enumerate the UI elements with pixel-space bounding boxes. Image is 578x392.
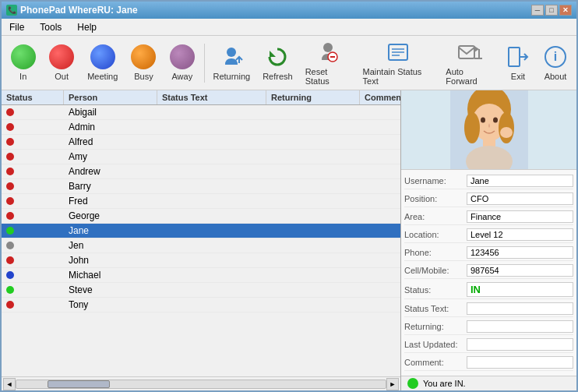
cell-status bbox=[2, 268, 64, 282]
cell-person: Steve bbox=[64, 283, 157, 297]
menu-tools[interactable]: Tools bbox=[35, 20, 66, 34]
value-comment bbox=[467, 356, 573, 369]
table-row[interactable]: John bbox=[2, 253, 400, 268]
cell-status bbox=[2, 105, 64, 119]
value-position: CFO bbox=[467, 192, 573, 205]
cell-status bbox=[2, 150, 64, 164]
detail-row-location: Location: Level 12 bbox=[404, 227, 573, 243]
busy-button[interactable]: Busy bbox=[125, 41, 162, 85]
maintain-status-text-button[interactable]: Maintain Status Text bbox=[358, 36, 439, 90]
cell-returning bbox=[266, 298, 360, 312]
scroll-left-arrow[interactable]: ◄ bbox=[3, 378, 16, 390]
label-returning: Returning: bbox=[404, 322, 467, 331]
title-bar: 📞 PhonePad WhereRU: Jane ─ □ ✕ bbox=[2, 2, 576, 19]
detail-row-last-updated: Last Updated: bbox=[404, 337, 573, 353]
scroll-thumb[interactable] bbox=[48, 380, 110, 388]
refresh-label: Refresh bbox=[263, 72, 293, 81]
auto-forward-icon bbox=[457, 40, 482, 65]
meeting-icon bbox=[90, 44, 115, 69]
cell-status-text bbox=[157, 209, 266, 223]
away-button[interactable]: Away bbox=[164, 41, 200, 85]
status-dot-red bbox=[6, 301, 14, 309]
svg-marker-2 bbox=[270, 51, 276, 57]
cell-person: Alfred bbox=[64, 135, 157, 149]
detail-fields: Username: Jane Position: CFO Area: Finan… bbox=[401, 170, 576, 376]
detail-row-phone: Phone: 123456 bbox=[404, 245, 573, 261]
cell-status bbox=[2, 209, 64, 223]
user-photo bbox=[401, 90, 576, 170]
scroll-right-arrow[interactable]: ► bbox=[386, 378, 399, 390]
maximize-button[interactable]: □ bbox=[545, 5, 558, 16]
status-dot-red bbox=[6, 123, 14, 131]
menu-file[interactable]: File bbox=[5, 20, 29, 34]
table-body: Abigail Admin Alfred bbox=[2, 105, 400, 376]
cell-status-text bbox=[157, 120, 266, 134]
exit-button[interactable]: Exit bbox=[500, 41, 536, 85]
cell-returning bbox=[266, 268, 360, 282]
refresh-button[interactable]: Refresh bbox=[257, 41, 298, 85]
label-location: Location: bbox=[404, 230, 467, 239]
cell-status-text bbox=[157, 105, 266, 119]
value-status: IN bbox=[467, 282, 573, 297]
in-button[interactable]: In bbox=[5, 41, 41, 85]
out-button[interactable]: Out bbox=[43, 41, 79, 85]
cell-returning bbox=[266, 150, 360, 164]
separator-1 bbox=[204, 44, 205, 83]
auto-forward-button[interactable]: Auto Forward bbox=[440, 36, 499, 90]
cell-returning bbox=[266, 105, 360, 119]
cell-returning bbox=[266, 194, 360, 208]
reset-status-button[interactable]: Reset Status bbox=[300, 36, 356, 90]
svg-point-20 bbox=[481, 117, 485, 122]
title-bar-left: 📞 PhonePad WhereRU: Jane bbox=[6, 5, 138, 16]
in-label: In bbox=[19, 72, 26, 81]
cell-returning bbox=[266, 238, 360, 253]
status-dot-green bbox=[6, 286, 14, 294]
about-button[interactable]: i About bbox=[537, 41, 573, 85]
close-button[interactable]: ✕ bbox=[559, 5, 572, 16]
cell-comment bbox=[360, 253, 400, 267]
table-row[interactable]: Andrew bbox=[2, 164, 400, 179]
table-row[interactable]: Abigail bbox=[2, 105, 400, 120]
scroll-track[interactable] bbox=[16, 380, 386, 389]
table-row[interactable]: Admin bbox=[2, 120, 400, 135]
table-row[interactable]: Fred bbox=[2, 194, 400, 209]
table-row[interactable]: Steve bbox=[2, 283, 400, 298]
toolbar: In Out Meeting Busy Away Returning bbox=[2, 36, 576, 90]
table-row[interactable]: Michael bbox=[2, 268, 400, 283]
busy-icon bbox=[131, 44, 156, 69]
table-header: Status Person Status Text Returning Comm… bbox=[2, 90, 400, 105]
out-label: Out bbox=[55, 72, 69, 81]
status-bar-text: You are IN. bbox=[423, 379, 466, 388]
cell-status bbox=[2, 238, 64, 253]
refresh-icon bbox=[265, 44, 290, 69]
cell-person: Jen bbox=[64, 238, 157, 253]
returning-button[interactable]: Returning bbox=[207, 41, 256, 85]
cell-status-text bbox=[157, 194, 266, 208]
label-username: Username: bbox=[404, 176, 467, 185]
about-icon: i bbox=[543, 44, 568, 69]
detail-row-comment: Comment: bbox=[404, 355, 573, 371]
status-bar: You are IN. bbox=[401, 376, 576, 390]
detail-row-position: Position: CFO bbox=[404, 191, 573, 207]
cell-person: Michael bbox=[64, 268, 157, 282]
status-dot-red bbox=[6, 197, 14, 205]
table-row[interactable]: Tony bbox=[2, 298, 400, 313]
header-status-text: Status Text bbox=[157, 90, 266, 104]
table-row[interactable]: Alfred bbox=[2, 135, 400, 150]
table-row[interactable]: Amy bbox=[2, 150, 400, 164]
title-buttons: ─ □ ✕ bbox=[531, 5, 572, 16]
table-row[interactable]: George bbox=[2, 209, 400, 224]
maintain-status-text-label: Maintain Status Text bbox=[363, 67, 434, 86]
table-row[interactable]: Jen bbox=[2, 238, 400, 253]
cell-status-text bbox=[157, 150, 266, 164]
away-label: Away bbox=[171, 72, 192, 81]
horizontal-scrollbar[interactable]: ◄ ► bbox=[2, 376, 400, 390]
meeting-button[interactable]: Meeting bbox=[82, 41, 124, 85]
detail-panel: Username: Jane Position: CFO Area: Finan… bbox=[401, 90, 576, 390]
table-row-selected[interactable]: Jane bbox=[2, 224, 400, 238]
menu-help[interactable]: Help bbox=[72, 20, 101, 34]
label-cell: Cell/Mobile: bbox=[404, 266, 467, 275]
main-window: 📞 PhonePad WhereRU: Jane ─ □ ✕ File Tool… bbox=[0, 0, 578, 392]
minimize-button[interactable]: ─ bbox=[531, 5, 544, 16]
table-row[interactable]: Barry bbox=[2, 179, 400, 194]
